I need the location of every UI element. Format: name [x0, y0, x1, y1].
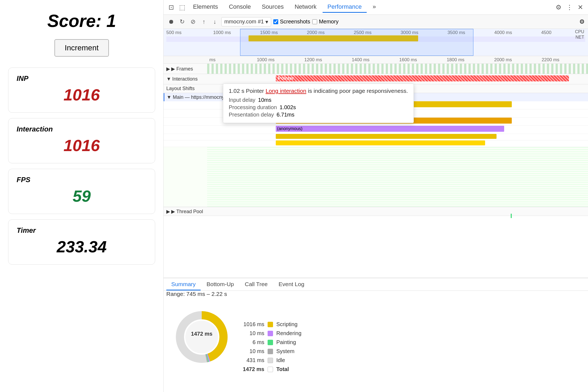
system-dot: [268, 349, 273, 354]
timeline-area: 500 ms 1000 ms 1500 ms 2000 ms 2500 ms 3…: [164, 29, 588, 392]
ruler-4000: 4000 ms: [494, 30, 541, 35]
input-delay-val: 10ms: [258, 97, 271, 103]
tab-event-log[interactable]: Event Log: [274, 279, 309, 290]
devtools-toolbar: ⏺ ↻ ⊘ ↑ ↓ mmocny.com #1 ▾ Screenshots Me…: [164, 15, 588, 29]
interaction-tooltip: 1.02 s Pointer Long interaction is indic…: [223, 84, 414, 123]
ruler-1000ms: 1000 ms: [256, 57, 303, 63]
interactions-label[interactable]: ▼ Interactions: [164, 76, 207, 82]
long-interaction-link[interactable]: Long interaction: [266, 88, 306, 94]
thread-pool-row: ▶ ▶ Thread Pool: [164, 207, 588, 216]
inspect-icon[interactable]: ⊡: [166, 2, 176, 12]
sub-block-2[interactable]: [276, 140, 485, 145]
tab-summary[interactable]: Summary: [166, 279, 201, 290]
tab-elements[interactable]: Elements: [188, 2, 223, 13]
screenshots-checkbox[interactable]: [273, 19, 278, 24]
scripting-dot: [268, 322, 273, 327]
timer-card: Timer 233.34: [8, 219, 155, 265]
tab-console[interactable]: Console: [224, 2, 256, 13]
frames-row: ▶ ▶ Frames: [164, 64, 588, 74]
tooltip-time: 1.02 s Pointer: [229, 88, 265, 94]
mini-select-overlay[interactable]: [240, 29, 473, 56]
anonymous-text: (anonymous): [277, 126, 302, 131]
tab-network[interactable]: Network: [290, 2, 321, 13]
clear-icon[interactable]: ⊘: [189, 17, 197, 26]
mini-timeline[interactable]: 500 ms 1000 ms 1500 ms 2000 ms 2500 ms 3…: [164, 29, 588, 56]
ruler-1800ms: 1800 ms: [446, 57, 493, 63]
memory-checkbox[interactable]: [312, 19, 317, 24]
tab-call-tree[interactable]: Call Tree: [240, 279, 272, 290]
memory-label: Memory: [319, 19, 338, 25]
presentation-delay-val: 6.71ms: [277, 112, 295, 118]
input-delay-key: Input delay: [229, 97, 255, 103]
legend-idle: 431 ms Idle: [240, 357, 301, 363]
more-options-icon[interactable]: ⋮: [565, 2, 574, 12]
interaction-label: Interaction: [17, 125, 147, 133]
inp-card: INP 1016: [8, 68, 155, 113]
system-val: 10 ms: [240, 348, 264, 354]
tooltip-suffix: is indicating poor page responsiveness.: [308, 88, 408, 94]
tab-performance[interactable]: Performance: [323, 2, 367, 13]
devtools-panel: ⊡ ⬚ Elements Console Sources Network Per…: [163, 0, 588, 392]
record-icon[interactable]: ⏺: [167, 17, 176, 26]
score-title: Score: 1: [8, 11, 155, 31]
tab-more[interactable]: »: [368, 2, 381, 13]
pointer-label: Pointer: [278, 76, 294, 81]
thread-pool-expand-icon: ▶: [166, 209, 170, 215]
rendering-dot: [268, 331, 273, 336]
screenshots-toggle[interactable]: Screenshots: [273, 19, 310, 25]
summary-content: 1472 ms 1016 ms Scripting 10 ms: [164, 302, 588, 392]
ruler-1400ms: 1400 ms: [351, 57, 398, 63]
summary-tabs: Summary Bottom-Up Call Tree Event Log: [164, 278, 588, 291]
url-selector[interactable]: mmocny.com #1 ▾: [221, 17, 271, 26]
left-panel: Score: 1 Increment INP 1016 Interaction …: [0, 0, 163, 392]
device-icon[interactable]: ⬚: [177, 2, 187, 12]
summary-main: Range: 745 ms – 2.22 s: [164, 291, 588, 392]
timer-value: 233.34: [17, 237, 147, 256]
summary-panel: Summary Bottom-Up Call Tree Event Log Ra…: [164, 278, 588, 392]
ruler-ms: ms: [208, 57, 256, 63]
idle-name: Idle: [276, 357, 285, 363]
svg-text:1472 ms: 1472 ms: [191, 331, 213, 337]
anonymous-block[interactable]: (anonymous): [276, 126, 504, 132]
range-text: Range: 745 ms – 2.22 s: [164, 291, 588, 297]
total-name: Total: [276, 366, 289, 372]
total-val: 1472 ms: [240, 366, 264, 372]
sub-block-1[interactable]: [276, 134, 497, 139]
ruler-2000ms: 2000 ms: [493, 57, 540, 63]
close-icon[interactable]: ✕: [575, 2, 585, 12]
tab-sources[interactable]: Sources: [257, 2, 289, 13]
frames-expand-icon: ▶: [166, 66, 170, 72]
reload-icon[interactable]: ↻: [178, 17, 186, 26]
fps-card: FPS 59: [8, 169, 155, 214]
toolbar-settings-icon[interactable]: ⚙: [579, 18, 585, 25]
timer-label: Timer: [17, 226, 147, 235]
thread-pool-label[interactable]: ▶ ▶ Thread Pool: [164, 209, 207, 215]
increment-button[interactable]: Increment: [54, 39, 109, 57]
scripting-name: Scripting: [276, 321, 298, 327]
frames-label[interactable]: ▶ ▶ Frames: [164, 66, 207, 72]
legend-painting: 6 ms Painting: [240, 339, 301, 345]
flame-row-1: [164, 134, 588, 140]
painting-dot: [268, 340, 273, 345]
anonymous-content: (anonymous): [207, 126, 588, 134]
legend-total: 1472 ms Total: [240, 366, 301, 372]
donut-chart: 1472 ms: [172, 307, 232, 367]
painting-name: Painting: [276, 339, 296, 345]
ruler-2200ms: 2200 ms: [541, 57, 588, 63]
pointer-bar[interactable]: Pointer: [276, 75, 569, 81]
fps-label: FPS: [17, 176, 147, 184]
system-name: System: [276, 348, 295, 354]
layout-shifts-label: Layout Shifts: [164, 86, 207, 91]
tooltip-presentation-delay: Presentation delay 6.71ms: [229, 112, 408, 118]
tab-bottom-up[interactable]: Bottom-Up: [202, 279, 239, 290]
ruler-500: 500 ms: [166, 30, 213, 35]
upload-icon[interactable]: ↑: [200, 17, 208, 26]
inp-value: 1016: [17, 85, 147, 104]
tooltip-input-delay: Input delay 10ms: [229, 97, 408, 103]
processing-duration-key: Processing duration: [229, 104, 277, 111]
flame-chart[interactable]: ms 1000 ms 1200 ms 1400 ms 1600 ms 1800 …: [164, 56, 588, 278]
download-icon[interactable]: ↓: [210, 17, 219, 26]
settings-icon[interactable]: ⚙: [554, 2, 564, 12]
memory-toggle[interactable]: Memory: [312, 19, 338, 25]
total-dot: [268, 367, 273, 372]
